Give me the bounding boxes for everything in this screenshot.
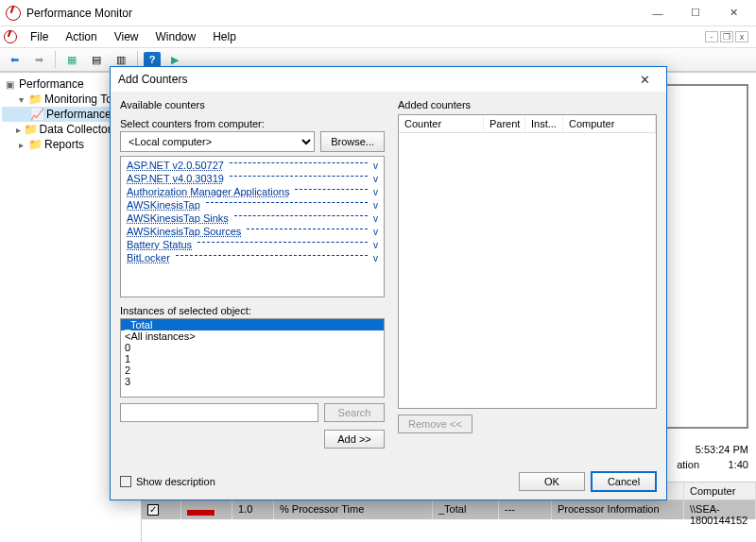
search-button[interactable]: Search — [324, 403, 385, 422]
counter-category-item[interactable]: ASP.NET v4.0.30319v — [121, 172, 384, 185]
counter-category-item[interactable]: ASP.NET v2.0.50727v — [121, 159, 384, 172]
properties-button[interactable]: ▤ — [86, 50, 107, 69]
app-icon — [6, 6, 21, 21]
window-title: Performance Monitor — [26, 7, 639, 20]
menu-action[interactable]: Action — [58, 28, 104, 45]
added-counters-label: Added counters — [398, 99, 657, 110]
duration-row: ation 1:40 — [677, 459, 748, 470]
mdi-close[interactable]: x — [735, 31, 748, 42]
app-icon-small — [4, 30, 17, 43]
instances-label: Instances of selected object: — [120, 305, 385, 316]
chevron-down-icon: v — [373, 161, 378, 171]
add-counters-dialog: Add Counters ✕ Available counters Select… — [110, 66, 667, 500]
cancel-button[interactable]: Cancel — [591, 471, 657, 492]
title-bar: Performance Monitor — ☐ ✕ — [0, 0, 756, 26]
chevron-down-icon: v — [373, 227, 378, 237]
chevron-down-icon: v — [373, 187, 378, 197]
added-counters-header: Counter Parent Inst... Computer — [399, 115, 656, 133]
chevron-down-icon: v — [373, 240, 378, 250]
back-button[interactable]: ⬅ — [4, 50, 25, 69]
instance-item[interactable]: _Total — [121, 319, 384, 330]
instance-search-input[interactable] — [120, 403, 318, 422]
dialog-title: Add Counters — [118, 73, 187, 86]
help-button[interactable]: ? — [144, 52, 161, 67]
chevron-down-icon: v — [373, 213, 378, 224]
menu-help[interactable]: Help — [205, 28, 244, 45]
mdi-minimize[interactable]: - — [705, 31, 718, 42]
added-counters-list[interactable]: Counter Parent Inst... Computer — [398, 114, 657, 409]
instance-item[interactable]: <All instances> — [121, 330, 384, 342]
computer-combobox[interactable]: <Local computer> — [120, 131, 315, 152]
close-button[interactable]: ✕ — [714, 1, 752, 25]
hdr-computer[interactable]: Computer — [684, 483, 756, 500]
show-description-label: Show description — [136, 476, 215, 487]
counter-category-item[interactable]: AWSKinesisTapv — [121, 198, 384, 212]
dialog-titlebar: Add Counters ✕ — [111, 67, 666, 92]
dialog-close-button[interactable]: ✕ — [630, 73, 659, 87]
menu-bar: File Action View Window Help - ❐ x — [0, 26, 756, 47]
show-hide-tree-button[interactable]: ▦ — [61, 50, 82, 69]
counter-category-item[interactable]: AWSKinesisTap Sourcesv — [121, 225, 384, 238]
row-color-swatch — [187, 510, 215, 516]
mdi-restore[interactable]: ❐ — [720, 31, 733, 42]
counter-category-item[interactable]: BitLockerv — [121, 251, 384, 264]
select-computer-label: Select counters from computer: — [120, 118, 385, 129]
maximize-button[interactable]: ☐ — [677, 1, 714, 25]
instance-item[interactable]: 2 — [121, 364, 384, 376]
row-show-checkbox[interactable]: ✓ — [147, 504, 159, 516]
counter-category-item[interactable]: Authorization Manager Applicationsv — [121, 185, 384, 198]
menu-file[interactable]: File — [23, 28, 56, 45]
instance-item[interactable]: 3 — [121, 376, 384, 387]
forward-button[interactable]: ➡ — [28, 50, 49, 69]
counter-grid-row[interactable]: ✓ 1.0 % Processor Time _Total --- Proces… — [142, 500, 756, 519]
instances-list[interactable]: _Total<All instances>0123 — [120, 318, 385, 398]
show-description-checkbox[interactable] — [120, 476, 131, 487]
browse-button[interactable]: Browse... — [320, 131, 385, 152]
chevron-down-icon: v — [373, 174, 378, 184]
chevron-down-icon: v — [373, 253, 378, 263]
remove-button[interactable]: Remove << — [398, 415, 472, 433]
mdi-controls: - ❐ x — [705, 31, 752, 42]
add-button[interactable]: Add >> — [324, 430, 385, 449]
counter-category-item[interactable]: AWSKinesisTap Sinksv — [121, 212, 384, 225]
ok-button[interactable]: OK — [519, 472, 585, 491]
available-counters-label: Available counters — [120, 99, 385, 110]
menu-view[interactable]: View — [107, 28, 146, 45]
instance-item[interactable]: 1 — [121, 353, 384, 364]
menu-window[interactable]: Window — [148, 28, 204, 45]
counter-categories-list[interactable]: ASP.NET v2.0.50727vASP.NET v4.0.30319vAu… — [120, 156, 385, 297]
minimize-button[interactable]: — — [639, 1, 677, 25]
counter-category-item[interactable]: Battery Statusv — [121, 238, 384, 251]
instance-item[interactable]: 0 — [121, 342, 384, 353]
chevron-down-icon: v — [373, 200, 378, 211]
